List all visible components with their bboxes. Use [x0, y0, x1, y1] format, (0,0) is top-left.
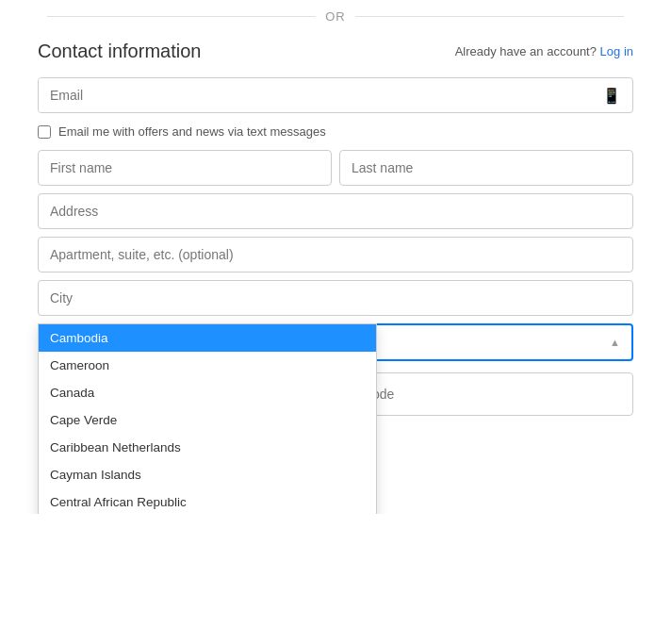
- contact-section: Contact information Already have an acco…: [38, 41, 633, 514]
- phone-icon[interactable]: 📱: [591, 87, 632, 105]
- dropdown-list-inner[interactable]: CambodiaCameroonCanadaCape VerdeCaribbea…: [39, 324, 376, 514]
- dropdown-item[interactable]: Cambodia: [39, 324, 376, 352]
- offers-checkbox[interactable]: [38, 125, 51, 139]
- form-area: 📱 Email me with offers and news via text…: [38, 77, 633, 361]
- dropdown-item[interactable]: Cameroon: [39, 352, 376, 379]
- dropdown-item[interactable]: Caribbean Netherlands: [39, 434, 376, 461]
- apartment-input[interactable]: [38, 237, 633, 272]
- dropdown-item[interactable]: Cape Verde: [39, 406, 376, 434]
- or-divider: OR: [38, 0, 633, 24]
- city-input[interactable]: [38, 280, 633, 316]
- page-title: Contact information: [38, 41, 201, 62]
- country-dropdown-container: Cambodia ▲ → CambodiaCameroonCanadaCape …: [38, 323, 633, 361]
- offers-label: Email me with offers and news via text m…: [58, 124, 326, 139]
- already-account: Already have an account? Log in: [455, 44, 633, 58]
- address-input[interactable]: [38, 193, 633, 229]
- dropdown-list: → CambodiaCameroonCanadaCape VerdeCaribb…: [38, 323, 377, 514]
- dropdown-item[interactable]: Central African Republic: [39, 488, 376, 514]
- contact-header: Contact information Already have an acco…: [38, 41, 633, 62]
- last-name-input[interactable]: [339, 150, 633, 186]
- first-name-input[interactable]: [38, 150, 332, 186]
- login-link[interactable]: Log in: [600, 44, 633, 58]
- email-row: 📱: [38, 77, 633, 113]
- dropdown-scroll-indicator: ▲: [610, 337, 620, 348]
- dropdown-item[interactable]: Cayman Islands: [39, 461, 376, 488]
- dropdown-item[interactable]: Canada: [39, 379, 376, 406]
- offers-checkbox-row: Email me with offers and news via text m…: [38, 121, 633, 142]
- name-row: [38, 150, 633, 186]
- email-input[interactable]: [39, 78, 591, 112]
